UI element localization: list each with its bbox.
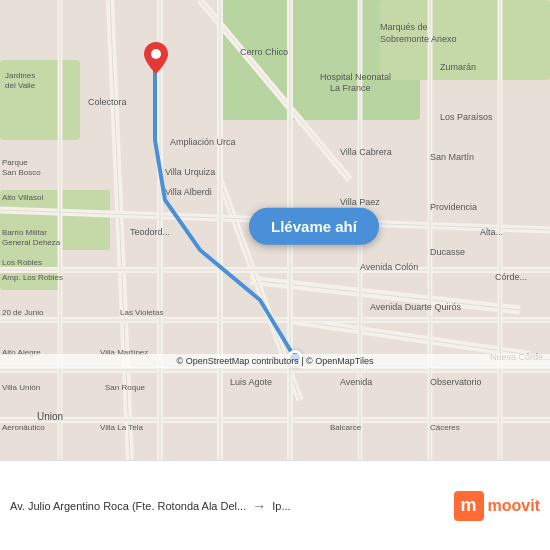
svg-text:Aeronáutico: Aeronáutico [2,423,45,432]
svg-text:Alto Villasol: Alto Villasol [2,193,43,202]
svg-text:Ampliación Urca: Ampliación Urca [170,137,236,147]
svg-text:Villa Unión: Villa Unión [2,383,40,392]
svg-text:Union: Union [37,411,63,422]
svg-text:Observatorio: Observatorio [430,377,482,387]
svg-text:20 de Junio: 20 de Junio [2,308,44,317]
svg-text:Las Violetas: Las Violetas [120,308,163,317]
svg-text:Jardines: Jardines [5,71,35,80]
svg-text:Cáceres: Cáceres [430,423,460,432]
moovit-brand-name: moovit [488,497,540,515]
svg-text:Ducasse: Ducasse [430,247,465,257]
origin-marker [144,42,168,74]
svg-text:Avenida: Avenida [340,377,372,387]
svg-text:San Martín: San Martín [430,152,474,162]
svg-text:Marqués de: Marqués de [380,22,428,32]
map-container: Cerro Chico Marqués de Sobremonte Anexo … [0,0,550,460]
route-info: Av. Julio Argentino Roca (Fte. Rotonda A… [10,498,446,514]
svg-point-85 [151,49,161,59]
svg-text:Balcarce: Balcarce [330,423,362,432]
svg-text:Parque: Parque [2,158,28,167]
svg-text:Córde...: Córde... [495,272,527,282]
route-to: Ip... [272,500,290,512]
svg-text:General Deheza: General Deheza [2,238,61,247]
svg-text:Villa Paez: Villa Paez [340,197,380,207]
svg-text:Villa Urquiza: Villa Urquiza [165,167,215,177]
llevame-button[interactable]: Llévame ahí [249,208,379,245]
svg-text:Los Robles: Los Robles [2,258,42,267]
svg-text:San Bosco: San Bosco [2,168,41,177]
svg-text:del Valle: del Valle [5,81,36,90]
svg-text:Cerro Chico: Cerro Chico [240,47,288,57]
svg-text:Villa La Tela: Villa La Tela [100,423,143,432]
moovit-logo: m moovit [454,491,540,521]
map-attribution: © OpenStreetMap contributors | © OpenMap… [0,354,550,368]
svg-text:Villa Alberdi: Villa Alberdi [165,187,212,197]
svg-text:Sobremonte Anexo: Sobremonte Anexo [380,34,457,44]
svg-rect-4 [60,190,110,250]
svg-text:Villa Cabrera: Villa Cabrera [340,147,392,157]
svg-text:Amp. Los Robles: Amp. Los Robles [2,273,63,282]
svg-text:Zumarán: Zumarán [440,62,476,72]
bottom-bar: Av. Julio Argentino Roca (Fte. Rotonda A… [0,460,550,550]
svg-text:Teodord...: Teodord... [130,227,170,237]
svg-text:Avenida Duarte Quirós: Avenida Duarte Quirós [370,302,461,312]
route-from: Av. Julio Argentino Roca (Fte. Rotonda A… [10,500,246,512]
svg-text:Providencia: Providencia [430,202,477,212]
svg-text:San Roque: San Roque [105,383,146,392]
svg-text:Barrio Militar: Barrio Militar [2,228,47,237]
svg-text:Alta...: Alta... [480,227,503,237]
svg-text:Colectora: Colectora [88,97,127,107]
svg-text:La France: La France [330,83,371,93]
svg-text:Hospital Neonatal: Hospital Neonatal [320,72,391,82]
route-arrow: → [252,498,266,514]
svg-text:Los Paraísos: Los Paraísos [440,112,493,122]
svg-text:Avenida Colón: Avenida Colón [360,262,418,272]
svg-text:Luis Agote: Luis Agote [230,377,272,387]
moovit-icon: m [454,491,484,521]
